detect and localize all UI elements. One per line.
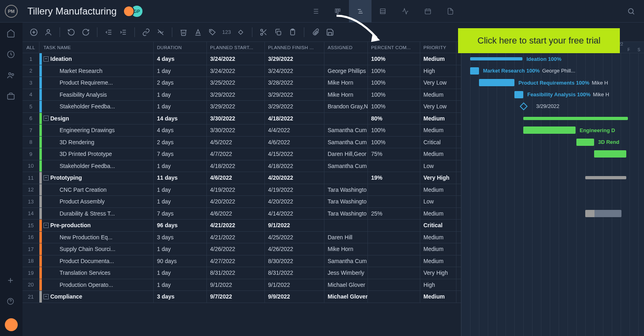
add-task-icon[interactable] [29, 27, 39, 37]
table-row[interactable]: 15−Pre-production96 days4/21/20229/1/202… [23, 220, 461, 232]
gantt-row[interactable]: Product Requirements 100%Mike H [461, 77, 644, 89]
table-row[interactable]: 20Production Operato...1 day9/1/20229/1/… [23, 279, 461, 291]
table-row[interactable]: 21−Compliance3 days9/7/20229/9/2022Micha… [23, 291, 461, 303]
col-priority[interactable]: PRIORITY [420, 42, 456, 53]
col-assigned[interactable]: ASSIGNED [324, 42, 368, 53]
view-calendar-icon[interactable] [417, 0, 439, 23]
gantt-row[interactable] [461, 172, 644, 184]
gantt-row[interactable]: Feasibility Analysis 100%Mike H [461, 89, 644, 101]
collapse-icon[interactable]: − [43, 223, 49, 228]
gantt-chart[interactable]: n, 20 '22MAR, 27 '22APR, 3 '22 WTFSSMTWT… [461, 42, 644, 336]
recent-icon[interactable] [6, 50, 16, 60]
collapse-icon[interactable]: − [43, 294, 49, 299]
save-icon[interactable] [325, 27, 335, 37]
avatar-group[interactable]: GP [123, 6, 142, 17]
link-icon[interactable] [141, 27, 151, 37]
outdent-icon[interactable] [104, 27, 114, 37]
assign-icon[interactable] [43, 27, 53, 37]
gantt-bar[interactable]: 3D Rend [576, 139, 594, 146]
col-task-name[interactable]: TASK NAME [39, 42, 154, 53]
indent-icon[interactable] [118, 27, 128, 37]
collapse-icon[interactable]: − [43, 116, 49, 121]
gantt-bar[interactable] [523, 117, 628, 120]
gantt-bar[interactable]: Ideation 100% [470, 57, 522, 60]
gantt-bar[interactable] [585, 176, 626, 179]
gantt-row[interactable] [461, 255, 644, 268]
table-row[interactable]: 1−Ideation4 days3/24/20223/29/2022100%Me… [23, 53, 461, 65]
undo-icon[interactable] [66, 27, 76, 37]
home-icon[interactable] [6, 29, 16, 39]
gantt-row[interactable] [461, 232, 644, 244]
team-icon[interactable] [6, 71, 16, 81]
cta-banner[interactable]: Click here to start your free trial [458, 28, 620, 53]
gantt-row[interactable]: Ideation 100% [461, 53, 644, 65]
table-row[interactable]: 93D Printed Prototype7 days4/7/20224/15/… [23, 148, 461, 160]
gantt-bar[interactable] [594, 150, 626, 158]
gantt-bar[interactable]: Product Requirements 100%Mike H [479, 79, 514, 86]
gantt-row[interactable] [461, 243, 644, 255]
table-row[interactable]: 6−Design14 days3/30/20224/18/202280%Medi… [23, 113, 461, 125]
table-row[interactable]: 14Durability & Stress T...7 days4/6/2022… [23, 208, 461, 220]
gantt-bar[interactable]: Market Research 100%George Phill... [470, 67, 479, 75]
unlink-icon[interactable] [156, 27, 165, 37]
table-row[interactable]: 16New Production Eq...3 days4/21/20224/2… [23, 232, 461, 244]
table-row[interactable]: 5Stakeholder Feedba...1 day3/29/20223/29… [23, 101, 461, 113]
redo-icon[interactable] [81, 27, 91, 37]
gantt-row[interactable] [461, 208, 644, 220]
gantt-row[interactable] [461, 113, 644, 125]
gantt-row[interactable] [461, 291, 644, 303]
col-duration[interactable]: DURATION [154, 42, 207, 53]
col-planned-finish[interactable]: PLANNED FINISH ... [265, 42, 324, 53]
help-icon[interactable] [6, 297, 16, 307]
table-row[interactable]: 19Translation Services1 day8/31/20228/31… [23, 267, 461, 279]
copy-icon[interactable] [273, 27, 283, 37]
view-list-icon[interactable] [304, 0, 326, 23]
milestone-icon[interactable] [236, 27, 246, 37]
view-file-icon[interactable] [439, 0, 462, 23]
add-icon[interactable] [6, 276, 16, 286]
gantt-row[interactable] [461, 160, 644, 172]
app-logo[interactable]: PM [5, 5, 18, 18]
table-row[interactable]: 12CNC Part Creation1 day4/19/20224/19/20… [23, 184, 461, 196]
table-row[interactable]: 17Supply Chain Sourci...1 day4/26/20224/… [23, 243, 461, 255]
gantt-milestone[interactable] [520, 102, 528, 110]
delete-icon[interactable] [179, 27, 188, 37]
gantt-row[interactable]: Market Research 100%George Phill... [461, 65, 644, 77]
gantt-row[interactable]: 3/29/2022 [461, 101, 644, 113]
gantt-row[interactable]: 3D Rend [461, 137, 644, 149]
col-planned-start[interactable]: PLANNED START... [207, 42, 265, 53]
user-avatar[interactable] [5, 318, 18, 331]
text-format-icon[interactable] [193, 27, 203, 37]
view-sheet-icon[interactable] [372, 0, 394, 23]
table-row[interactable]: 2Market Research1 day3/24/20223/24/2022G… [23, 65, 461, 77]
paste-icon[interactable] [288, 27, 297, 37]
cut-icon[interactable] [259, 27, 268, 37]
gantt-row[interactable] [461, 279, 644, 291]
table-row[interactable]: 3Product Requireme...2 days3/25/20223/28… [23, 77, 461, 89]
gantt-row[interactable] [461, 184, 644, 196]
table-row[interactable]: 10Stakeholder Feedba...1 day4/18/20224/1… [23, 160, 461, 172]
gantt-row[interactable] [461, 220, 644, 232]
search-icon[interactable] [623, 3, 639, 19]
collapse-icon[interactable]: − [43, 175, 49, 180]
attach-icon[interactable] [311, 27, 320, 37]
gantt-row[interactable] [461, 267, 644, 279]
table-row[interactable]: 18Product Documenta...90 days4/27/20228/… [23, 255, 461, 268]
col-all[interactable]: ALL [23, 42, 39, 53]
table-row[interactable]: 7Engineering Drawings4 days3/30/20224/4/… [23, 124, 461, 137]
gantt-bar[interactable]: Feasibility Analysis 100%Mike H [514, 91, 523, 98]
gantt-row[interactable] [461, 148, 644, 160]
view-gantt-icon[interactable] [349, 0, 372, 23]
view-activity-icon[interactable] [394, 0, 417, 23]
gantt-bar[interactable]: Engineering D [523, 127, 576, 134]
gantt-row[interactable] [461, 196, 644, 208]
gantt-bar[interactable] [585, 210, 621, 217]
tag-icon[interactable] [208, 27, 217, 37]
collapse-icon[interactable]: − [43, 56, 49, 62]
projects-icon[interactable] [6, 92, 16, 102]
table-row[interactable]: 11−Prototyping11 days4/6/20224/20/202219… [23, 172, 461, 184]
table-row[interactable]: 83D Rendering2 days4/5/20224/6/2022Saman… [23, 137, 461, 149]
view-board-icon[interactable] [326, 0, 349, 23]
table-row[interactable]: 4Feasibility Analysis1 day3/29/20223/29/… [23, 89, 461, 101]
table-row[interactable]: 13Product Assembly1 day4/20/20224/20/202… [23, 196, 461, 208]
